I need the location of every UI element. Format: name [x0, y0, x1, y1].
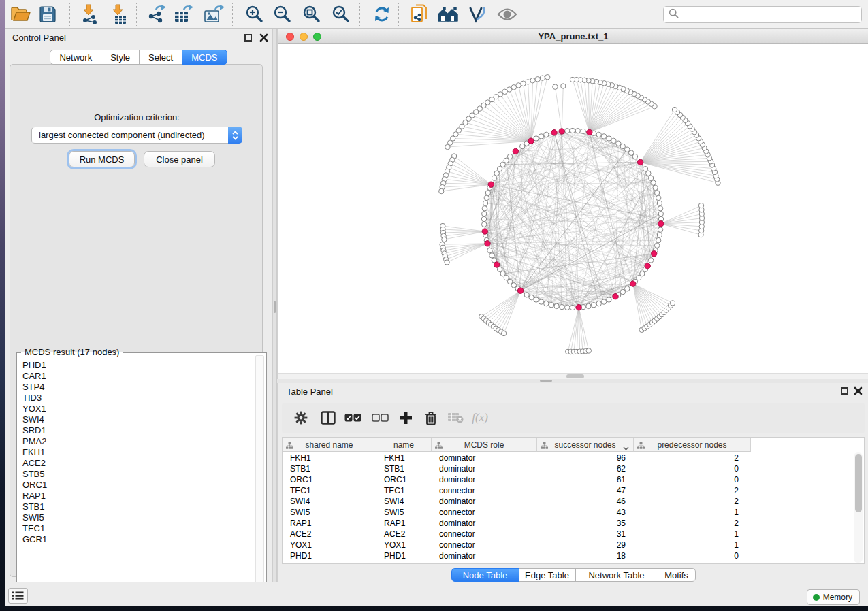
network-node[interactable] [656, 195, 661, 200]
add-column-icon[interactable] [395, 407, 417, 429]
network-node[interactable] [445, 144, 450, 149]
network-node[interactable] [596, 301, 601, 306]
close-panel-icon[interactable] [259, 33, 268, 42]
table-row[interactable]: SWI5SWI5connector431 [283, 507, 751, 518]
network-node[interactable] [654, 243, 659, 248]
network-node[interactable] [570, 77, 575, 82]
column-header-name[interactable]: name [376, 438, 432, 452]
network-node[interactable] [520, 144, 525, 148]
network-node[interactable] [648, 258, 653, 263]
network-node[interactable] [565, 129, 570, 133]
mcds-result-item[interactable]: STP4 [22, 382, 253, 393]
network-node[interactable] [530, 78, 535, 83]
column-header-predecessor-nodes[interactable]: predecessor nodes [634, 438, 751, 452]
network-node[interactable] [507, 154, 512, 159]
mcds-result-item[interactable]: TID3 [22, 393, 253, 403]
network-node[interactable] [656, 237, 661, 242]
network-node[interactable] [487, 248, 492, 252]
network-node[interactable] [482, 206, 487, 211]
network-node[interactable] [516, 83, 521, 88]
tab-network[interactable]: Network [50, 50, 101, 65]
network-node[interactable] [492, 176, 496, 180]
network-node[interactable] [549, 303, 553, 308]
column-header-MCDS-role[interactable]: MCDS role [432, 438, 537, 452]
column-header-successor-nodes[interactable]: successor nodes [537, 438, 634, 452]
network-node[interactable] [672, 107, 677, 112]
show-graphics-details-icon[interactable] [496, 3, 519, 25]
network-canvas[interactable] [278, 44, 868, 373]
network-hub-node[interactable] [645, 263, 650, 269]
mcds-result-item[interactable]: FKH1 [22, 447, 253, 458]
network-node[interactable] [625, 286, 630, 291]
tab-select[interactable]: Select [139, 50, 182, 65]
network-node[interactable] [625, 147, 630, 152]
network-hub-node[interactable] [517, 288, 523, 293]
zoom-selected-icon[interactable] [329, 3, 352, 25]
network-node[interactable] [670, 301, 675, 306]
network-hub-node[interactable] [559, 129, 564, 134]
network-node[interactable] [654, 191, 659, 195]
network-node[interactable] [539, 299, 543, 304]
import-table-icon[interactable] [108, 3, 131, 25]
network-node[interactable] [620, 144, 625, 148]
network-node[interactable] [482, 212, 487, 216]
deselect-all-columns-icon[interactable] [369, 407, 391, 429]
network-node[interactable] [439, 188, 444, 193]
mcds-result-item[interactable]: STB5 [22, 469, 253, 480]
split-panel-icon[interactable] [317, 407, 339, 429]
table-row[interactable]: PHD1PHD1dominator180 [283, 550, 751, 561]
network-node[interactable] [570, 128, 575, 133]
mcds-result-item[interactable]: GCR1 [22, 534, 253, 545]
network-node[interactable] [484, 195, 489, 200]
network-node[interactable] [658, 227, 662, 232]
network-node[interactable] [658, 206, 662, 211]
network-node[interactable] [544, 132, 549, 137]
mcds-result-item[interactable]: ACE2 [22, 458, 253, 469]
network-hub-node[interactable] [658, 221, 664, 227]
table-row[interactable]: ORC1ORC1dominator610 [283, 474, 751, 485]
zoom-in-icon[interactable] [242, 3, 266, 25]
tab-edge-table[interactable]: Edge Table [519, 568, 576, 582]
run-mcds-button[interactable]: Run MCDS [69, 151, 135, 167]
mcds-result-item[interactable]: ORC1 [22, 480, 253, 491]
mcds-result-item[interactable]: SRD1 [22, 425, 253, 436]
network-node[interactable] [657, 201, 662, 205]
mcds-result-item[interactable]: YOX1 [22, 403, 253, 414]
show-home-icon[interactable] [436, 3, 460, 25]
table-settings-gear-icon[interactable] [290, 407, 312, 429]
close-table-panel-icon[interactable] [854, 386, 863, 395]
network-node[interactable] [534, 136, 539, 141]
mcds-result-item[interactable]: CAR1 [22, 371, 253, 382]
network-node[interactable] [601, 299, 606, 304]
table-row[interactable]: TEC1TEC1connector472 [283, 485, 751, 496]
network-node[interactable] [596, 132, 601, 137]
table-row[interactable]: ACE2ACE2connector311 [283, 529, 751, 540]
save-session-icon[interactable] [36, 3, 59, 25]
network-node[interactable] [500, 162, 505, 167]
network-hscrollbar[interactable] [278, 373, 868, 379]
network-node[interactable] [561, 84, 566, 88]
network-hub-node[interactable] [488, 182, 494, 187]
network-hub-node[interactable] [513, 148, 518, 154]
hide-graphics-details-icon[interactable] [466, 3, 489, 25]
network-node[interactable] [575, 129, 580, 133]
network-hub-node[interactable] [551, 130, 557, 135]
network-node[interactable] [540, 76, 545, 80]
export-image-icon[interactable] [202, 3, 225, 25]
network-node[interactable] [607, 136, 611, 141]
network-hub-node[interactable] [587, 129, 592, 135]
network-node[interactable] [497, 167, 502, 171]
table-row[interactable]: SWI4SWI4dominator462 [283, 496, 751, 507]
network-node[interactable] [586, 348, 591, 353]
network-node[interactable] [570, 305, 575, 310]
network-node[interactable] [504, 158, 509, 163]
network-node[interactable] [632, 154, 637, 159]
network-node[interactable] [501, 331, 506, 335]
new-network-from-selection-icon[interactable] [408, 3, 431, 25]
network-node[interactable] [535, 77, 540, 82]
network-node[interactable] [698, 203, 703, 208]
zoom-fit-icon[interactable] [300, 3, 323, 25]
network-hub-node[interactable] [630, 281, 636, 286]
import-network-icon[interactable] [78, 3, 101, 25]
network-node[interactable] [553, 84, 558, 89]
